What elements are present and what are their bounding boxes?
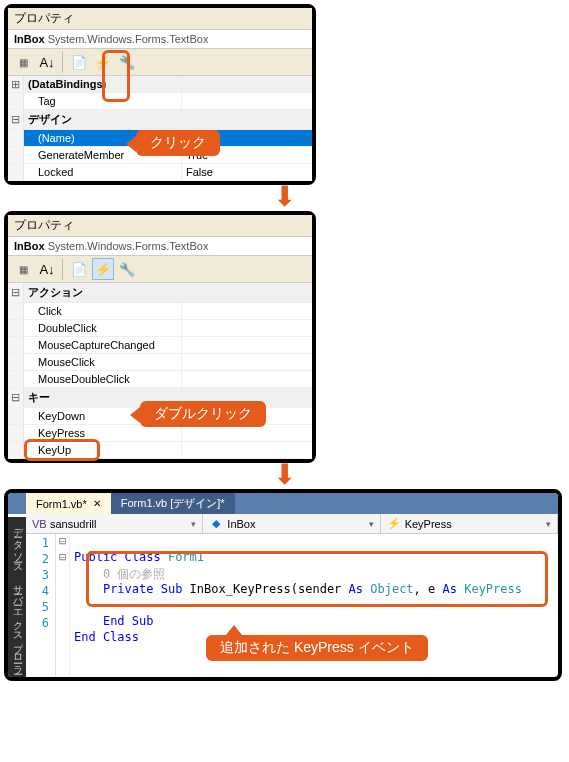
field-icon: ◆ [209,517,223,530]
event-name: Click [24,303,182,319]
code-editor-panel: データ ソース サーバー エクスプローラー ツー Form1.vb*✕ Form… [4,489,562,681]
category-row[interactable]: ⊟デザイン [8,110,312,130]
properties-panel-1: プロパティ InBox System.Windows.Forms.TextBox… [4,4,316,185]
object-type: System.Windows.Forms.TextBox [48,33,209,45]
wrench-icon: 🔧 [119,262,135,277]
collapse-icon[interactable]: ⊟ [8,110,24,129]
events-grid: ⊟アクション Click DoubleClick MouseCaptureCha… [8,283,312,459]
callout-doubleclick: ダブルクリック [140,401,266,427]
event-row[interactable]: Click [8,303,312,320]
properties-panel-2: プロパティ InBox System.Windows.Forms.TextBox… [4,211,316,463]
event-row[interactable]: DoubleClick [8,320,312,337]
event-dropdown[interactable]: ⚡KeyPress▾ [381,514,558,533]
selected-object[interactable]: InBox System.Windows.Forms.TextBox [8,236,312,256]
chevron-down-icon: ▾ [369,519,374,529]
chevron-down-icon: ▾ [546,519,551,529]
event-handler[interactable] [182,371,312,387]
event-name: KeyUp [24,442,182,458]
collapse-icon[interactable]: ⊟ [8,388,24,407]
event-handler[interactable] [182,442,312,458]
object-type: System.Windows.Forms.TextBox [48,240,209,252]
event-name: DoubleClick [24,320,182,336]
event-handler[interactable] [182,303,312,319]
wrench-icon: 🔧 [119,55,135,70]
lightning-icon: ⚡ [95,55,111,70]
property-key: Locked [24,164,182,180]
properties-button[interactable]: 📄 [68,51,90,73]
properties-toolbar: ▦ A↓ 📄 ⚡ 🔧 [8,256,312,283]
project-dropdown[interactable]: VBsansudrill▾ [26,514,203,533]
event-handler[interactable] [182,354,312,370]
properties-button[interactable]: 📄 [68,258,90,280]
event-row[interactable]: KeyUp [8,442,312,459]
callout-click: クリック [136,130,220,156]
event-handler[interactable] [182,337,312,353]
property-value[interactable]: False [182,164,312,180]
properties-toolbar: ▦ A↓ 📄 ⚡ 🔧 [8,49,312,76]
properties-grid: ⊞(DataBindings) Tag ⊟デザイン (Name)InBox Ge… [8,76,312,181]
line-gutter: 1 2 3 4 5 6 [26,534,56,676]
events-button[interactable]: ⚡ [92,258,114,280]
chevron-down-icon: ▾ [191,519,196,529]
object-name: InBox [14,240,45,252]
property-key: Tag [24,93,182,109]
property-row[interactable]: Tag [8,93,312,110]
close-icon[interactable]: ✕ [93,498,101,509]
fold-gutter[interactable]: ⊟⊟ [56,534,70,676]
object-dropdown[interactable]: ◆InBox▾ [203,514,380,533]
category-label: (DataBindings) [24,76,182,92]
tab-form1-code[interactable]: Form1.vb*✕ [26,493,111,514]
event-name: MouseClick [24,354,182,370]
arrow-down-icon: ⬇ [0,465,569,485]
separator [62,51,64,73]
event-row[interactable]: MouseCaptureChanged [8,337,312,354]
category-row[interactable]: ⊟アクション [8,283,312,303]
alphabetical-button[interactable]: A↓ [36,51,58,73]
event-name: MouseDoubleClick [24,371,182,387]
arrow-down-icon: ⬇ [0,187,569,207]
wrench-button[interactable]: 🔧 [116,258,138,280]
wrench-button[interactable]: 🔧 [116,51,138,73]
event-row[interactable]: MouseClick [8,354,312,371]
panel-title: プロパティ [8,8,312,29]
collapse-icon[interactable]: ⊟ [8,283,24,302]
category-row[interactable]: ⊞(DataBindings) [8,76,312,93]
object-name: InBox [14,33,45,45]
event-handler[interactable] [182,425,312,441]
callout-added-event: 追加された KeyPress イベント [206,635,428,661]
category-label: アクション [24,283,182,302]
document-tabs: Form1.vb*✕ Form1.vb [デザイン]* [8,493,558,514]
navigation-dropdowns: VBsansudrill▾ ◆InBox▾ ⚡KeyPress▾ [26,514,558,534]
lightning-icon: ⚡ [387,517,401,530]
category-label: デザイン [24,110,182,129]
lightning-icon: ⚡ [95,262,111,277]
event-row-keypress[interactable]: KeyPress [8,425,312,442]
property-row[interactable]: LockedFalse [8,164,312,181]
vb-icon: VB [32,518,46,530]
alphabetical-button[interactable]: A↓ [36,258,58,280]
events-button[interactable]: ⚡ [92,51,114,73]
categorized-button[interactable]: ▦ [12,51,34,73]
property-value[interactable] [182,93,312,109]
panel-title: プロパティ [8,215,312,236]
event-row[interactable]: MouseDoubleClick [8,371,312,388]
selected-object[interactable]: InBox System.Windows.Forms.TextBox [8,29,312,49]
event-name: MouseCaptureChanged [24,337,182,353]
expand-icon[interactable]: ⊞ [8,76,24,92]
event-name: KeyPress [24,425,182,441]
vertical-toolbox-tabs[interactable]: データ ソース サーバー エクスプローラー ツー [8,517,26,677]
tab-form1-design[interactable]: Form1.vb [デザイン]* [111,493,235,514]
categorized-button[interactable]: ▦ [12,258,34,280]
separator [62,258,64,280]
event-handler[interactable] [182,320,312,336]
